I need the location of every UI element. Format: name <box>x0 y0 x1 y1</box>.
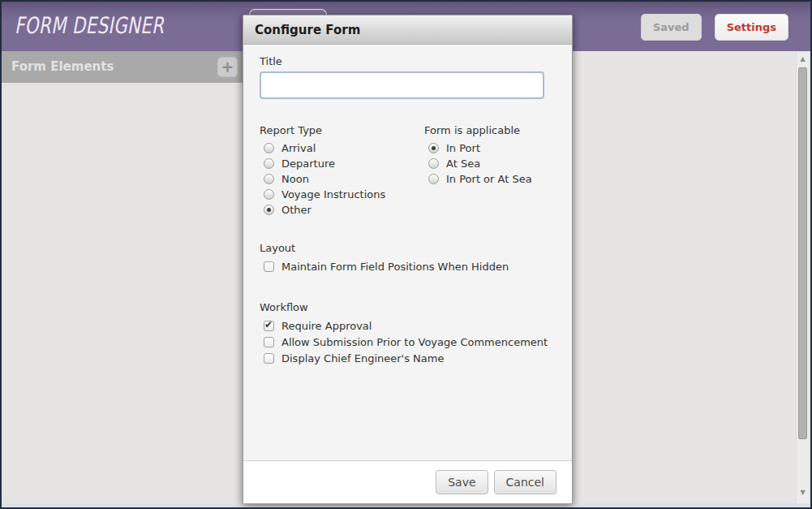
radio-icon[interactable] <box>428 143 439 153</box>
radio-option-label: Departure <box>281 157 335 170</box>
radio-icon[interactable] <box>264 158 274 169</box>
checkbox-icon[interactable]: ✔ <box>264 337 274 347</box>
sidebar-panel <box>2 83 243 503</box>
checkbox-icon[interactable]: ✔ <box>264 353 274 364</box>
layout-group: Layout ✔ Maintain Form Field Positions W… <box>260 242 556 274</box>
save-button[interactable]: Save <box>436 470 488 494</box>
radio-option-other[interactable]: Other <box>264 202 424 218</box>
checkbox-option-label: Require Approval <box>281 320 372 332</box>
title-field-label: Title <box>260 55 556 67</box>
plus-icon: + <box>221 58 234 75</box>
checkbox-option-allow-submission[interactable]: ✔ Allow Submission Prior to Voyage Comme… <box>264 334 556 350</box>
checkbox-option-label: Display Chief Engineer's Name <box>281 352 444 364</box>
configure-form-dialog: Configure Form Title Report Type Arrival… <box>243 15 573 504</box>
checkbox-option-label: Allow Submission Prior to Voyage Commenc… <box>281 336 548 348</box>
checkbox-option-maintain-positions[interactable]: ✔ Maintain Form Field Positions When Hid… <box>264 258 556 274</box>
checkbox-icon[interactable]: ✔ <box>264 261 274 272</box>
settings-button[interactable]: Settings <box>715 14 788 41</box>
report-type-label: Report Type <box>260 124 424 136</box>
scroll-down-icon[interactable]: ▼ <box>797 487 809 498</box>
checkbox-icon[interactable]: ✔ <box>264 321 274 331</box>
radio-option-voyage-instructions[interactable]: Voyage Instructions <box>264 187 424 202</box>
radio-option-label: In Port or At Sea <box>446 173 532 185</box>
sidebar-header: Form Elements + <box>2 51 243 83</box>
check-icon: ✔ <box>264 319 273 330</box>
dialog-titlebar[interactable]: Configure Form <box>243 15 572 45</box>
saved-button[interactable]: Saved <box>641 14 702 41</box>
workflow-label: Workflow <box>260 301 556 313</box>
cancel-button[interactable]: Cancel <box>494 470 556 494</box>
header-buttons: Saved Settings <box>641 14 788 41</box>
radio-option-label: In Port <box>446 142 480 154</box>
radio-option-in-port-or-at-sea[interactable]: In Port or At Sea <box>428 171 556 187</box>
dialog-body: Title Report Type Arrival Departure <box>243 45 572 366</box>
radio-option-at-sea[interactable]: At Sea <box>428 156 556 171</box>
app-title: FORM DESIGNER <box>15 12 164 39</box>
radio-option-label: Arrival <box>281 142 316 154</box>
checkbox-option-require-approval[interactable]: ✔ Require Approval <box>264 317 556 334</box>
dialog-title: Configure Form <box>243 15 572 37</box>
radio-columns: Report Type Arrival Departure Noon <box>260 124 556 218</box>
radio-icon[interactable] <box>264 174 274 184</box>
app-window: FORM DESIGNER Saved Settings Form Elemen… <box>0 0 812 509</box>
layout-label: Layout <box>260 242 556 254</box>
workflow-group: Workflow ✔ Require Approval ✔ Allow Subm… <box>260 301 556 366</box>
checkbox-option-label: Maintain Form Field Positions When Hidde… <box>281 261 509 273</box>
radio-option-noon[interactable]: Noon <box>264 171 424 187</box>
radio-icon[interactable] <box>428 158 439 169</box>
radio-option-label: Other <box>281 204 311 216</box>
radio-option-label: At Sea <box>446 157 480 170</box>
radio-icon[interactable] <box>264 143 274 153</box>
vertical-scrollbar[interactable]: ▲ ▼ <box>796 52 809 503</box>
dialog-footer: Save Cancel <box>243 460 572 503</box>
add-element-button[interactable]: + <box>217 57 238 77</box>
applicable-group: Form is applicable In Port At Sea In Por… <box>424 124 556 218</box>
checkbox-option-display-chief-engineer[interactable]: ✔ Display Chief Engineer's Name <box>264 350 556 366</box>
radio-option-label: Voyage Instructions <box>281 188 385 201</box>
radio-icon[interactable] <box>264 189 274 200</box>
radio-option-in-port[interactable]: In Port <box>428 140 556 156</box>
radio-option-arrival[interactable]: Arrival <box>264 140 424 156</box>
scrollbar-thumb[interactable] <box>798 67 807 439</box>
report-type-group: Report Type Arrival Departure Noon <box>260 124 424 218</box>
sidebar-title: Form Elements <box>2 51 243 83</box>
radio-icon[interactable] <box>428 174 439 184</box>
radio-option-label: Noon <box>281 173 309 185</box>
radio-icon[interactable] <box>264 205 274 215</box>
scroll-up-icon[interactable]: ▲ <box>797 54 809 65</box>
title-input[interactable] <box>260 71 544 99</box>
radio-option-departure[interactable]: Departure <box>264 156 424 171</box>
applicable-label: Form is applicable <box>424 124 556 136</box>
